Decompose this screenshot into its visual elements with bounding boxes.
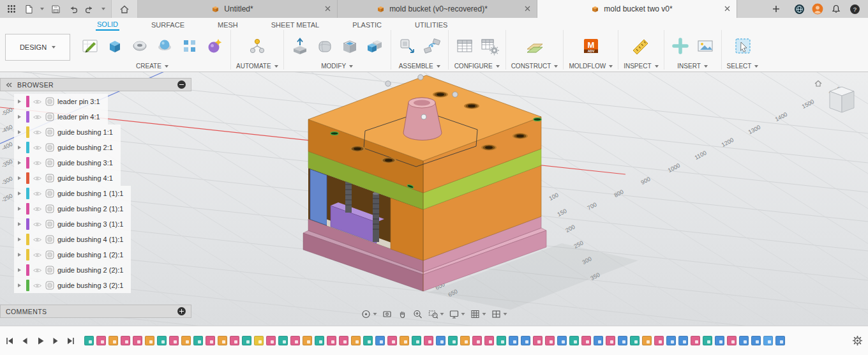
apps-grid-icon[interactable] [6,3,17,15]
grid-settings-button[interactable] [470,309,486,319]
visibility-eye-icon[interactable] [33,252,42,259]
expand-arrow-icon[interactable] [18,115,21,119]
revolve-icon[interactable] [129,35,151,57]
browser-item[interactable]: guide bushing 3 (2):1 [14,278,131,293]
timeline-feature-icon[interactable] [290,336,300,345]
timeline-feature-icon[interactable] [206,336,215,345]
timeline-feature-icon[interactable] [484,336,494,345]
select-menu[interactable]: SELECT [727,63,759,70]
collapse-chevrons-icon[interactable] [6,82,12,87]
timeline-feature-icon[interactable] [654,336,664,345]
expand-arrow-icon[interactable] [18,283,21,287]
timeline-feature-icon[interactable] [642,336,652,345]
automate-menu[interactable]: AUTOMATE [236,63,278,70]
document-tab[interactable]: mold bucket (v0~recovered)* [338,0,537,18]
combine-icon[interactable] [364,35,385,57]
timeline-feature-icon[interactable] [509,336,518,345]
timeline-feature-icon[interactable] [266,336,276,345]
browser-item[interactable]: guide bushing 1:1 [14,125,121,140]
close-icon[interactable] [325,6,331,11]
timeline-feature-icon[interactable] [303,336,312,345]
skip-to-start-button[interactable] [5,336,14,345]
web-icon[interactable] [793,3,805,15]
timeline-feature-icon[interactable] [739,336,749,345]
visibility-eye-icon[interactable] [33,190,42,197]
timeline-feature-icon[interactable] [497,336,506,345]
browser-item[interactable]: guide bushing 1 (1):1 [14,186,131,201]
timeline-feature-icon[interactable] [181,336,191,345]
timeline-feature-icon[interactable] [84,336,94,345]
document-tab[interactable]: mold bucket two v0* [537,0,737,18]
timeline-feature-icon[interactable] [363,336,373,345]
visibility-eye-icon[interactable] [33,144,42,151]
expand-arrow-icon[interactable] [18,238,21,241]
timeline-feature-icon[interactable] [715,336,724,345]
timeline-feature-icon[interactable] [545,336,555,345]
browser-item[interactable]: guide bushing 3 (1):1 [14,216,131,232]
timeline-feature-icon[interactable] [133,336,142,345]
timeline-feature-icon[interactable] [121,336,130,345]
new-component-icon[interactable] [396,35,418,57]
visibility-eye-icon[interactable] [33,114,42,121]
timeline-feature-icon[interactable] [375,336,385,345]
expand-arrow-icon[interactable] [18,130,21,134]
avatar[interactable] [812,3,823,15]
3d-viewport[interactable]: 100150200250300350400450500550600650 700… [0,72,868,355]
visibility-eye-icon[interactable] [33,206,42,213]
timeline-feature-icon[interactable] [108,336,118,345]
inspect-menu[interactable]: INSPECT [624,63,658,70]
ribbon-tab[interactable]: MESH [216,20,239,30]
skip-to-end-button[interactable] [66,336,75,345]
browser-item[interactable]: guide bushing 2:1 [14,140,121,155]
measure-icon[interactable] [630,35,652,57]
timeline-feature-icon[interactable] [315,336,324,345]
timeline-feature-icon[interactable] [472,336,482,345]
timeline-feature-icon[interactable] [763,336,773,345]
timeline-settings-button[interactable] [852,335,863,346]
insert-canvas-icon[interactable] [694,35,716,57]
ribbon-tab[interactable]: SURFACE [150,20,186,30]
redo-icon[interactable] [84,3,96,15]
close-icon[interactable] [724,6,730,11]
browser-item[interactable]: guide bushing 3:1 [14,155,121,170]
configuration-table-icon[interactable] [454,35,475,57]
timeline-feature-icon[interactable] [581,336,591,345]
timeline-feature-icon[interactable] [157,336,167,345]
visibility-eye-icon[interactable] [33,129,42,136]
visibility-eye-icon[interactable] [33,160,42,167]
visibility-eye-icon[interactable] [33,221,42,228]
timeline-feature-icon[interactable] [278,336,288,345]
timeline-feature-icon[interactable] [521,336,530,345]
browser-item[interactable]: leader pin 3:1 [14,94,108,109]
browser-item[interactable]: guide bushing 4:1 [14,170,121,186]
timeline-feature-icon[interactable] [193,336,203,345]
timeline-feature-icon[interactable] [387,336,397,345]
redo-caret-icon[interactable] [101,8,105,10]
timeline-feature-icon[interactable] [533,336,542,345]
construction-plane-icon[interactable] [524,35,546,57]
comments-header[interactable]: COMMENTS [0,305,191,318]
ribbon-tab[interactable]: SHEET METAL [270,20,320,30]
new-tab-button[interactable] [767,0,786,18]
browser-item[interactable]: guide bushing 1 (2):1 [14,247,131,262]
visibility-eye-icon[interactable] [33,98,42,105]
timeline-feature-icon[interactable] [775,336,785,345]
ribbon-tab[interactable]: PLASTIC [351,20,383,30]
timeline-feature-icon[interactable] [254,336,264,345]
comments-expand-icon[interactable] [177,307,186,315]
display-settings-button[interactable] [449,309,465,319]
modify-menu[interactable]: MODIFY [321,63,353,70]
visibility-eye-icon[interactable] [33,267,42,274]
fillet-icon[interactable] [314,35,336,57]
select-window-icon[interactable] [732,35,754,57]
timeline-feature-icon[interactable] [569,336,579,345]
timeline-feature-icon[interactable] [727,336,737,345]
automate-icon[interactable] [246,35,268,57]
timeline-feature-icon[interactable] [606,336,615,345]
assemble-menu[interactable]: ASSEMBLE [399,63,440,70]
timeline-feature-icon[interactable] [327,336,336,345]
look-at-button[interactable] [382,309,393,319]
save-icon[interactable] [50,3,61,15]
undo-icon[interactable] [67,3,79,15]
timeline-feature-icon[interactable] [678,336,688,345]
